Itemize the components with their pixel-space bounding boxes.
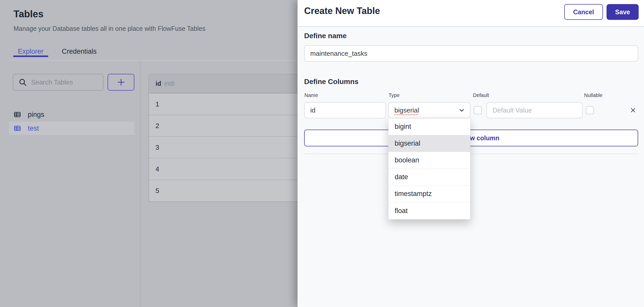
search-placeholder: Search Tables	[31, 78, 73, 86]
tab-explorer-label: Explorer	[18, 48, 44, 55]
type-option-date[interactable]: date	[389, 169, 470, 186]
column-type-value: bigserial	[394, 106, 458, 114]
table-icon	[14, 124, 21, 132]
column-type-select[interactable]: bigserial	[388, 102, 470, 118]
plus-icon	[116, 77, 126, 87]
sidebar-divider	[140, 61, 140, 307]
add-table-button[interactable]	[108, 74, 134, 91]
type-option-bigserial[interactable]: bigserial	[389, 135, 470, 152]
flowfuse-tables-screen: Tables Manage your Database tables all i…	[0, 0, 644, 307]
define-name-heading: Define name	[304, 32, 347, 40]
close-icon	[629, 107, 637, 114]
cancel-button[interactable]: Cancel	[564, 4, 603, 20]
tab-bar: Explorer Credentials	[13, 46, 101, 61]
search-input[interactable]: Search Tables	[13, 74, 104, 91]
table-name-input[interactable]	[304, 45, 638, 62]
tab-explorer[interactable]: Explorer	[13, 46, 48, 61]
column-header-type: int8	[164, 80, 174, 87]
column-label-name: Name	[304, 92, 318, 98]
create-table-drawer: Create New Table Cancel Save Define name…	[298, 0, 644, 307]
type-option-bigint[interactable]: bigint	[389, 118, 470, 135]
default-value-input[interactable]	[486, 102, 583, 118]
sidebar-table-test[interactable]: test	[9, 122, 134, 135]
define-columns-heading: Define Columns	[304, 78, 358, 86]
remove-column-button[interactable]	[627, 103, 639, 118]
table-name-label: test	[28, 124, 39, 132]
active-tab-underline	[13, 55, 48, 57]
chevron-down-icon	[458, 107, 465, 114]
drawer-body: Define name Define Columns Name Type Def…	[298, 27, 644, 307]
column-name-input[interactable]	[304, 102, 386, 118]
page-subtitle: Manage your Database tables all in one p…	[14, 25, 205, 32]
column-label-type: Type	[389, 92, 400, 98]
tables-list: pingstest	[9, 108, 134, 135]
drawer-title: Create New Table	[304, 6, 380, 16]
table-name-label: pings	[28, 111, 44, 119]
type-option-float[interactable]: float	[389, 202, 470, 219]
search-icon	[18, 78, 27, 87]
column-label-nullable: Nullable	[584, 92, 602, 98]
type-dropdown-menu: bigintbigserialbooleandatetimestamptzflo…	[388, 118, 470, 219]
tabs-divider	[8, 60, 298, 61]
columns-section-divider	[304, 154, 639, 154]
default-checkbox[interactable]	[474, 106, 482, 114]
tab-credentials[interactable]: Credentials	[57, 46, 101, 61]
sidebar-table-pings[interactable]: pings	[9, 108, 134, 121]
type-option-timestamptz[interactable]: timestamptz	[389, 186, 470, 202]
drawer-header: Create New Table Cancel Save	[298, 0, 644, 27]
column-label-default: Default	[473, 92, 489, 98]
nullable-checkbox[interactable]	[586, 106, 594, 114]
table-icon	[14, 111, 21, 118]
add-column-button[interactable]: Add a new column	[304, 130, 638, 146]
column-header-name: id	[156, 80, 161, 87]
save-button[interactable]: Save	[607, 4, 639, 20]
page-title: Tables	[14, 9, 44, 20]
type-option-boolean[interactable]: boolean	[389, 152, 470, 169]
tab-credentials-label: Credentials	[62, 48, 97, 55]
